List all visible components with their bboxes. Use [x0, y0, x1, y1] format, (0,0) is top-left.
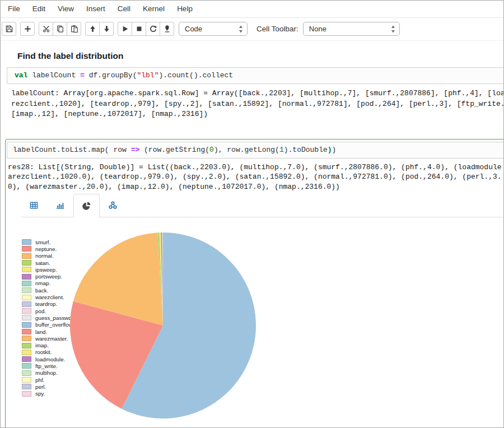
toolbar-group [85, 22, 114, 36]
legend-swatch [22, 377, 31, 383]
legend-swatch [22, 356, 31, 362]
legend-item: smurf. [22, 239, 74, 245]
legend-item: buffer_overflow. [22, 322, 74, 328]
visualization-tabbar [21, 193, 504, 217]
legend-item: ftp_write. [22, 362, 74, 369]
cell-toolbar-select[interactable]: None [303, 22, 400, 36]
legend-label: pod. [35, 308, 46, 314]
menu-help[interactable]: Help [171, 1, 199, 17]
legend-item: teardrop. [22, 301, 74, 308]
restart-icon [149, 25, 157, 33]
menu-kernel[interactable]: Kernel [137, 1, 171, 17]
pie-chart-icon [82, 201, 91, 211]
legend-label: rootkit. [35, 349, 52, 355]
cut-icon [42, 25, 50, 33]
legend-swatch [22, 370, 31, 376]
legend-label: satan. [35, 260, 50, 266]
legend-item: land. [22, 328, 74, 335]
legend-label: warezmaster. [35, 336, 68, 342]
tab-table[interactable] [21, 194, 47, 217]
marker-icon [163, 25, 171, 33]
legend-label: loadmodule. [35, 356, 65, 362]
legend-item: satan. [22, 259, 74, 266]
code-input-cell1[interactable]: val labelCount = df.groupBy("lbl").count… [7, 67, 504, 84]
menu-insert[interactable]: Insert [80, 1, 111, 17]
toolbar-group [2, 22, 16, 36]
tab-graph-cluster[interactable] [100, 194, 126, 217]
legend-swatch [22, 363, 31, 369]
legend-label: warezclient. [35, 294, 64, 300]
code-input-cell2[interactable]: labelCount.toList.map( row => (row.getSt… [7, 142, 504, 159]
menu-view[interactable]: View [52, 1, 80, 17]
menu-file[interactable]: File [2, 1, 26, 17]
selected-cell: labelCount.toList.map( row => (row.getSt… [5, 139, 504, 428]
cell2-output: res28: List[(String, Double)] = List((ba… [8, 162, 504, 192]
run-button[interactable] [118, 22, 132, 36]
cell-type-select[interactable]: Code [179, 22, 248, 36]
legend-swatch [22, 267, 31, 272]
tab-pie-chart[interactable] [73, 194, 100, 217]
legend-swatch [22, 274, 31, 280]
menu-cell[interactable]: Cell [111, 1, 137, 17]
cell-toolbar-label: Cell Toolbar: [256, 25, 298, 33]
legend-label: back. [35, 287, 48, 294]
paste-button[interactable] [67, 22, 81, 36]
tab-bar-chart[interactable] [47, 194, 73, 217]
toolbar-button-groups [2, 22, 174, 36]
toolbar-group [39, 22, 81, 36]
legend-item: loadmodule. [22, 356, 74, 362]
copy-button[interactable] [53, 22, 67, 36]
legend-swatch [22, 301, 31, 307]
save-button[interactable] [2, 22, 16, 36]
legend-label: multihop. [35, 370, 58, 376]
legend-item: warezmaster. [22, 335, 74, 342]
cell-toolbar-value: None [309, 25, 326, 33]
menu-bar: File Edit View Insert Cell Kernel Help [1, 1, 503, 18]
add-cell-button[interactable] [20, 22, 35, 36]
legend-item: spy. [22, 390, 74, 397]
pie-legend: smurf.neptune.normal.satan.ipsweep.ports… [22, 239, 74, 397]
legend-swatch [22, 287, 31, 293]
legend-label: perl. [35, 384, 46, 390]
legend-swatch [22, 239, 31, 245]
legend-swatch [22, 336, 31, 341]
cell-type-value: Code [185, 25, 202, 33]
legend-label: smurf. [35, 239, 50, 245]
select-arrows-icon [391, 25, 395, 35]
legend-swatch [22, 391, 31, 397]
legend-label: buffer_overflow. [35, 322, 74, 328]
toolbar-group [118, 22, 174, 36]
stop-button[interactable] [132, 22, 146, 36]
legend-label: land. [35, 329, 47, 335]
marker-button[interactable] [160, 22, 174, 36]
legend-swatch [22, 350, 31, 355]
legend-label: normal. [35, 253, 54, 259]
legend-item: warezclient. [22, 294, 74, 300]
menu-edit[interactable]: Edit [26, 1, 52, 17]
cell1-output: labelCount: Array[org.apache.spark.sql.R… [11, 89, 503, 120]
legend-item: normal. [22, 253, 74, 259]
restart-button[interactable] [146, 22, 160, 36]
notebook-area: Find the label distribution val labelCou… [1, 41, 503, 428]
pie-chart [69, 231, 257, 420]
legend-swatch [22, 253, 31, 259]
markdown-heading: Find the label distribution [17, 51, 503, 61]
legend-swatch [22, 308, 31, 314]
legend-label: nmap. [35, 280, 50, 286]
legend-item: phf. [22, 376, 74, 383]
cut-button[interactable] [39, 22, 53, 36]
legend-swatch [22, 329, 31, 334]
legend-item: pod. [22, 308, 74, 314]
move-down-button[interactable] [99, 22, 114, 36]
copy-icon [56, 25, 64, 33]
save-icon [5, 25, 13, 33]
legend-label: ipsweep. [35, 267, 57, 273]
toolbar-group [20, 22, 35, 36]
legend-swatch [22, 315, 31, 320]
legend-item: back. [22, 287, 74, 294]
run-icon [121, 25, 129, 33]
legend-swatch [22, 260, 31, 266]
legend-swatch [22, 384, 31, 389]
move-up-button[interactable] [85, 22, 100, 36]
add-cell-icon [24, 25, 32, 33]
